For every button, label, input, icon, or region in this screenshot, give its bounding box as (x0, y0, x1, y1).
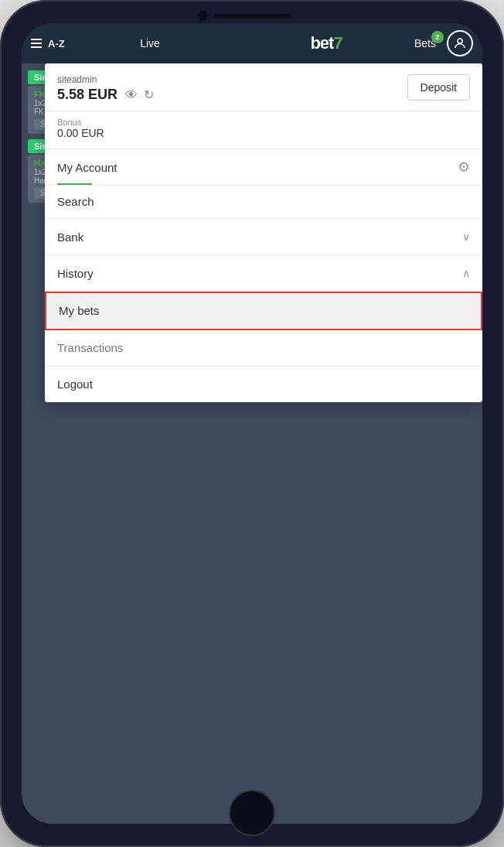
bonus-section: Bonus 0.00 EUR (45, 111, 482, 149)
phone-camera (198, 11, 207, 20)
dropdown-overlay: siteadmin 5.58 EUR 👁 ↻ Deposit (22, 63, 482, 824)
account-dropdown-panel: siteadmin 5.58 EUR 👁 ↻ Deposit (45, 63, 482, 402)
profile-icon (453, 36, 467, 50)
search-menu-item[interactable]: Search (45, 186, 482, 219)
refresh-icon[interactable]: ↻ (144, 87, 154, 102)
balance-amount: 5.58 EUR (57, 87, 117, 103)
bonus-amount: 0.00 EUR (57, 127, 470, 139)
logout-menu-item[interactable]: Logout (45, 367, 482, 402)
nav-profile-button[interactable] (447, 30, 473, 56)
logo-seven: 7 (333, 33, 342, 53)
search-label: Search (57, 195, 94, 208)
deposit-button[interactable]: Deposit (407, 74, 470, 101)
history-chevron-up-icon (462, 266, 470, 280)
screen-content: A-Z Live bet7 Bets 2 (22, 23, 482, 824)
my-bets-label: My bets (59, 304, 100, 317)
bets-count-badge: 2 (431, 31, 444, 43)
account-balance-row: 5.58 EUR 👁 ↻ (57, 87, 407, 103)
account-underline (57, 183, 92, 185)
nav-logo[interactable]: bet7 (238, 33, 414, 53)
phone-frame: A-Z Live bet7 Bets 2 (0, 0, 504, 847)
bank-label: Bank (57, 231, 83, 244)
bank-chevron-down-icon (462, 230, 470, 244)
navigation-bar: A-Z Live bet7 Bets 2 (22, 23, 482, 63)
nav-live-button[interactable]: Live (62, 37, 238, 50)
logout-label: Logout (57, 377, 93, 391)
account-username: siteadmin (57, 74, 407, 85)
bank-menu-item[interactable]: Bank (45, 219, 482, 255)
my-account-menu-item[interactable]: My Account ⚙ (45, 149, 482, 186)
logo-bet-text: bet (310, 33, 333, 53)
bonus-label: Bonus (57, 118, 470, 127)
my-bets-menu-item[interactable]: My bets (45, 292, 482, 330)
balance-icons: 👁 ↻ (125, 87, 154, 102)
svg-point-0 (458, 39, 462, 43)
hamburger-icon (31, 39, 42, 48)
nav-bets-button[interactable]: Bets 2 (414, 37, 436, 50)
account-header: siteadmin 5.58 EUR 👁 ↻ Deposit (45, 63, 482, 111)
history-menu-item[interactable]: History (45, 255, 482, 292)
account-info: siteadmin 5.58 EUR 👁 ↻ (57, 74, 407, 103)
transactions-menu-item[interactable]: Transactions (45, 330, 482, 367)
my-account-label: My Account (57, 161, 117, 174)
phone-screen: A-Z Live bet7 Bets 2 (22, 23, 482, 824)
transactions-label: Transactions (57, 341, 123, 354)
history-label: History (57, 267, 94, 280)
phone-speaker (213, 14, 291, 19)
eye-icon[interactable]: 👁 (125, 88, 138, 102)
gear-icon: ⚙ (458, 159, 470, 176)
